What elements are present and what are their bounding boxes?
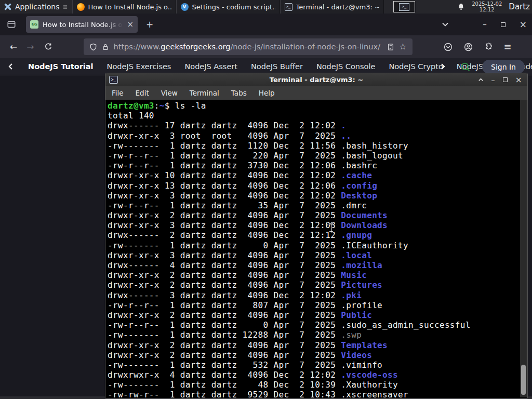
terminal-minimize-button[interactable]: – [491, 76, 495, 84]
reload-button[interactable] [41, 43, 56, 51]
nav-item-nodejs-assert[interactable]: NodeJS Assert [184, 62, 237, 71]
file-row: drwxr-xr-x 2 dartz dartz 4096 Apr 7 2025… [108, 340, 520, 350]
file-name: .mozilla [341, 260, 382, 270]
file-name: .profile [341, 300, 382, 310]
file-row: drwxr-xr-x 2 dartz dartz 4096 Apr 7 2025… [108, 310, 520, 320]
file-row: drwxr-xr-x 2 dartz dartz 4096 Apr 7 2025… [108, 280, 520, 290]
bookmark-star-icon[interactable]: ☆ [399, 43, 406, 51]
file-name: .xscreensaver [341, 390, 408, 398]
file-name: .config [341, 181, 377, 191]
notification-bell-icon[interactable] [457, 3, 465, 11]
workspace-switcher[interactable] [393, 1, 415, 12]
nav-scroll-right-icon[interactable] [439, 63, 446, 70]
pocket-icon[interactable] [444, 43, 453, 51]
file-name: Public [341, 310, 372, 320]
reader-view-icon[interactable] [387, 43, 394, 51]
file-name: .dmrc [341, 201, 367, 210]
clock-time: 12:12 [472, 7, 502, 12]
file-name: .cache [341, 170, 372, 180]
window-button-firefox[interactable]: How to Install Node.js o... [72, 0, 176, 14]
new-tab-button[interactable]: + [143, 18, 156, 31]
terminal-window: Terminal - dartz@vm3: ~ – × FileEditView… [105, 73, 528, 398]
file-row: drwxr-xr-x 3 dartz dartz 4096 Dec 2 12:0… [108, 220, 520, 230]
url-domain: geeksforgeeks.org [161, 43, 230, 51]
file-row: -rw------- 1 dartz dartz 48 Dec 2 10:39 … [108, 380, 520, 390]
nav-items: NodeJS TutorialNodeJS ExercisesNodeJS As… [28, 62, 532, 71]
file-row: drwx------ 17 dartz dartz 4096 Dec 2 12:… [108, 121, 520, 130]
geeksforgeeks-favicon [30, 20, 38, 29]
firefox-icon [77, 3, 85, 11]
terminal-screen[interactable]: dartz@vm3:~$ ls -latotal 140drwx------ 1… [106, 100, 520, 398]
top-panel: Applications How to Install Node.js o...… [0, 0, 532, 14]
back-button[interactable]: ← [5, 42, 22, 52]
file-row: -rw-r--r-- 1 dartz dartz 0 Apr 7 2025 .s… [108, 320, 520, 330]
url-bar[interactable]: https://www.geeksforgeeks.org/node-js/in… [84, 38, 413, 55]
tab-title: How to Install Node.js on [43, 21, 123, 29]
nav-scroll-left-icon[interactable] [7, 63, 15, 70]
terminal-maximize-button[interactable] [503, 77, 508, 82]
file-row: -rw------- 1 dartz dartz 1120 Dec 2 11:5… [108, 141, 520, 151]
file-row: drwxr-xr-x 3 dartz dartz 4096 Dec 2 12:0… [108, 191, 520, 201]
terminal-menu-tabs[interactable]: Tabs [231, 89, 247, 97]
file-name: Pictures [341, 280, 382, 290]
firefox-view-button[interactable] [4, 17, 19, 32]
file-row: drwxr-xr-x 3 dartz dartz 4096 Apr 7 2025… [108, 250, 520, 260]
extensions-puzzle-icon[interactable] [484, 43, 493, 51]
sign-in-button[interactable]: Sign In [482, 60, 525, 74]
menu-hamburger-icon[interactable]: ≡ [504, 42, 512, 51]
window-button-title: Terminal - dartz@vm3: ~ [296, 3, 379, 11]
clock[interactable]: 2025-12-02 12:12 [472, 1, 502, 12]
window-button-terminal[interactable]: Terminal - dartz@vm3: ~ [280, 0, 384, 14]
mouse-ibeam-cursor [328, 223, 334, 233]
terminal-menu-terminal[interactable]: Terminal [190, 89, 219, 97]
terminal-scrollbar[interactable] [520, 100, 527, 397]
window-close-button[interactable]: × [520, 19, 527, 30]
window-button-vscodium[interactable]: Settings - codium script... [176, 0, 280, 14]
applications-menu[interactable]: Applications [0, 0, 71, 14]
terminal-titlebar[interactable]: Terminal - dartz@vm3: ~ – × [105, 73, 527, 86]
terminal-menu-view[interactable]: View [161, 89, 178, 97]
tab-close-icon[interactable]: × [127, 21, 134, 29]
terminal-shade-icon[interactable] [478, 77, 484, 83]
file-name: .local [341, 250, 372, 260]
terminal-icon [109, 76, 118, 84]
panel-right: 2025-12-02 12:12 Dartz [457, 0, 532, 14]
terminal-menu-help[interactable]: Help [259, 89, 275, 97]
window-minimize-button[interactable]: – [483, 20, 487, 29]
clock-date: 2025-12-02 [472, 1, 502, 7]
lock-icon[interactable] [102, 43, 109, 51]
panel-user-label[interactable]: Dartz [509, 2, 530, 11]
terminal-menu-file[interactable]: File [112, 89, 124, 97]
nav-item-nodejs-buffer[interactable]: NodeJS Buffer [251, 62, 303, 71]
window-controls: – × [442, 14, 527, 35]
nav-item-nodejs-tutorial[interactable]: NodeJS Tutorial [28, 62, 94, 71]
workspace-cell[interactable] [393, 1, 415, 12]
file-name: Documents [341, 210, 388, 220]
file-row: -rw-r--r-- 1 dartz dartz 220 Apr 7 2025 … [108, 151, 520, 161]
nav-item-nodejs-exercises[interactable]: NodeJS Exercises [107, 62, 171, 71]
nav-item-nodejs-console[interactable]: NodeJS Console [316, 62, 376, 71]
url-prefix: https://www. [114, 43, 161, 51]
file-name: Templates [341, 340, 388, 350]
terminal-close-button[interactable]: × [515, 75, 522, 85]
nav-item-nodejs-crypto[interactable]: NodeJS Crypto [389, 62, 443, 71]
applications-label: Applications [15, 3, 60, 11]
terminal-mini-icon [399, 3, 409, 11]
file-name: .ICEauthority [341, 241, 408, 250]
file-row: drwx------ 3 dartz dartz 4096 Dec 2 12:0… [108, 290, 520, 300]
list-all-tabs-icon[interactable] [442, 21, 449, 28]
account-icon[interactable] [464, 43, 473, 51]
terminal-scrollbar-thumb[interactable] [521, 365, 526, 395]
file-row: drwx------ 4 dartz dartz 4096 Apr 7 2025… [108, 260, 520, 270]
tracking-protection-shield-icon[interactable] [89, 43, 97, 51]
file-row: drwxr-xr-x 2 dartz dartz 4096 Apr 7 2025… [108, 210, 520, 220]
file-row: -rw-r--r-- 1 dartz dartz 3730 Dec 2 12:0… [108, 161, 520, 170]
window-maximize-button[interactable] [501, 22, 506, 27]
file-row: drwxr-xr-x 3 root root 4096 Apr 7 2025 .… [108, 131, 520, 141]
applications-caret-icon [63, 5, 68, 9]
file-row: drwx------ 2 dartz dartz 4096 Dec 2 12:1… [108, 230, 520, 240]
search-icon[interactable] [460, 62, 471, 72]
browser-tab[interactable]: How to Install Node.js on × [26, 16, 138, 33]
forward-button[interactable]: → [22, 42, 38, 52]
terminal-menu-edit[interactable]: Edit [136, 89, 149, 97]
